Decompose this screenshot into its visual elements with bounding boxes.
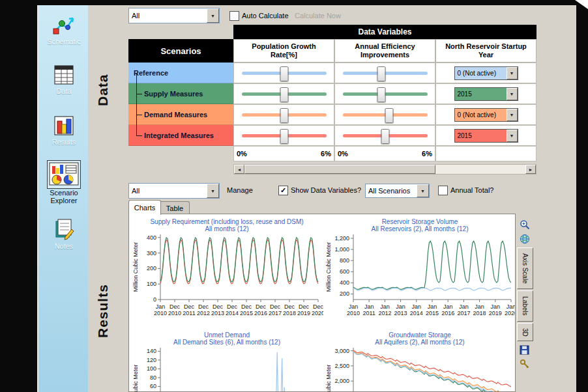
sidebar-item-results[interactable]: Results (38, 115, 89, 146)
svg-text:2015: 2015 (426, 310, 439, 316)
axis-scale-button[interactable]: Axis Scale (517, 247, 533, 289)
chart-title: Supply Requirement (including loss, reus… (130, 218, 323, 225)
svg-text:2010: 2010 (347, 310, 360, 316)
auto-calculate-label: Auto Calculate (242, 12, 289, 20)
slider-thumb[interactable] (280, 108, 288, 123)
data-horizontal-scrollbar[interactable]: ◄ ► (233, 164, 537, 175)
scenario-filter-value: All Scenarios (366, 187, 417, 195)
slider-thumb[interactable] (377, 66, 386, 81)
scenario-row-integrated-measures[interactable]: Integrated Measures (128, 125, 233, 146)
sidebar-item-scenario-explorer[interactable]: Scenario Explorer (38, 160, 89, 204)
svg-text:2,000: 2,000 (334, 378, 349, 384)
svg-text:2020: 2020 (312, 310, 323, 316)
population-slider-demand[interactable] (242, 113, 327, 117)
auto-calculate-checkbox[interactable] (229, 11, 239, 21)
population-slider-reference[interactable] (242, 72, 327, 75)
slider-thumb[interactable] (280, 87, 288, 102)
scroll-left-icon[interactable]: ◄ (234, 165, 244, 174)
svg-text:2020: 2020 (505, 310, 516, 316)
svg-text:0: 0 (153, 296, 156, 303)
data-view-dropdown[interactable]: All ▼ (128, 8, 220, 23)
scenario-name: Demand Measures (144, 111, 207, 119)
reservoir-year-dropdown-reference[interactable]: 0 (Not active) ▼ (454, 66, 518, 80)
scroll-right-icon[interactable]: ► (525, 165, 536, 174)
slider-thumb[interactable] (381, 129, 389, 144)
3d-button[interactable]: 3D (517, 323, 533, 341)
slider-thumb[interactable] (280, 66, 288, 81)
svg-text:400: 400 (340, 279, 349, 286)
scenario-filter-dropdown[interactable]: All Scenarios ▼ (365, 184, 430, 198)
svg-text:2015: 2015 (240, 310, 253, 316)
svg-text:Dec: Dec (256, 303, 267, 310)
slider-thumb[interactable] (377, 87, 386, 102)
svg-text:Cubic Meter: Cubic Meter (132, 365, 139, 392)
chart-subtitle: All months (12) (130, 225, 323, 232)
svg-text:100: 100 (147, 281, 156, 287)
svg-text:2011: 2011 (363, 310, 375, 316)
svg-text:Jan: Jan (459, 303, 469, 310)
reservoir-year-dropdown-supply[interactable]: 2015 ▼ (454, 87, 518, 101)
chevron-down-icon[interactable]: ▼ (417, 184, 429, 197)
slider-cell (233, 63, 334, 83)
slider-thumb[interactable] (280, 129, 288, 144)
chevron-down-icon[interactable]: ▼ (507, 88, 518, 100)
tab-charts[interactable]: Charts (128, 200, 161, 215)
svg-text:Cubic Meter: Cubic Meter (325, 365, 332, 392)
zoom-icon[interactable] (517, 217, 532, 232)
chevron-down-icon[interactable]: ▼ (507, 109, 518, 121)
sidebar-item-notes[interactable]: Notes (38, 217, 89, 250)
calculate-now-button[interactable]: Calculate Now (295, 12, 341, 20)
scenario-row-reference[interactable]: Reference (128, 63, 233, 83)
labels-button[interactable]: Labels (517, 290, 533, 322)
svg-text:2012: 2012 (378, 310, 391, 316)
chevron-down-icon[interactable]: ▼ (507, 67, 518, 79)
chevron-down-icon[interactable]: ▼ (507, 130, 518, 142)
svg-text:Jan: Jan (364, 303, 374, 310)
reservoir-year-dropdown-demand[interactable]: 0 (Not active) ▼ (454, 108, 518, 122)
annual-total-checkbox[interactable] (438, 186, 448, 195)
svg-text:2017: 2017 (269, 310, 282, 316)
sidebar-item-data[interactable]: Data (38, 64, 89, 95)
svg-text:Jan: Jan (428, 303, 437, 310)
svg-text:120: 120 (147, 357, 156, 363)
slider-cell (334, 63, 435, 83)
manage-button[interactable]: Manage (227, 186, 253, 194)
svg-text:2,500: 2,500 (334, 363, 349, 369)
chevron-down-icon[interactable]: ▼ (207, 8, 219, 23)
show-data-variables-label: Show Data Variables? (291, 186, 361, 194)
chart-plot: 0100200300400Jan2010Dec2010Dec2011Dec201… (130, 232, 323, 330)
slider-thumb[interactable] (385, 108, 394, 123)
charts-panel: Supply Requirement (including loss, reus… (128, 214, 516, 392)
tab-table[interactable]: Table (160, 201, 190, 215)
scenario-row-supply-measures[interactable]: Supply Measures (128, 83, 233, 104)
slider-cell (334, 104, 435, 125)
reservoir-year-dropdown-integrated[interactable]: 2015 ▼ (454, 129, 518, 143)
save-icon[interactable] (517, 343, 532, 357)
svg-text:400: 400 (147, 234, 156, 241)
population-slider-supply[interactable] (242, 92, 327, 96)
scenario-tree: Reference Supply Measures Demand Measure… (128, 63, 233, 146)
scenarios-header: Scenarios (128, 39, 233, 63)
population-slider-integrated[interactable] (242, 134, 327, 137)
svg-text:Dec: Dec (169, 303, 181, 310)
scenario-row-demand-measures[interactable]: Demand Measures (128, 104, 233, 125)
sidebar-label-scenario-explorer: Scenario Explorer (38, 189, 89, 204)
scrollbar-thumb[interactable] (244, 165, 435, 174)
efficiency-slider-demand[interactable] (343, 113, 428, 117)
results-view-dropdown[interactable]: All ▼ (128, 183, 220, 199)
svg-text:2019: 2019 (489, 310, 502, 316)
key-icon[interactable] (517, 357, 532, 371)
chart-reservoir-storage: Reservoir Storage VolumeAll Reservoirs (… (323, 218, 516, 330)
scrollbar-track[interactable] (244, 165, 525, 174)
range-max-label: 6% (321, 150, 331, 158)
globe-icon[interactable] (517, 232, 532, 246)
slider-cell (233, 83, 334, 104)
sidebar-item-schematic[interactable]: Schematic (38, 13, 89, 46)
svg-text:Jan: Jan (412, 303, 422, 310)
show-data-variables-checkbox[interactable]: ✓ (278, 186, 288, 195)
efficiency-slider-reference[interactable] (343, 72, 428, 75)
chart-title: Unmet Demand (130, 331, 323, 339)
efficiency-slider-integrated[interactable] (343, 134, 428, 137)
efficiency-slider-supply[interactable] (343, 92, 428, 96)
chevron-down-icon[interactable]: ▼ (207, 184, 219, 198)
